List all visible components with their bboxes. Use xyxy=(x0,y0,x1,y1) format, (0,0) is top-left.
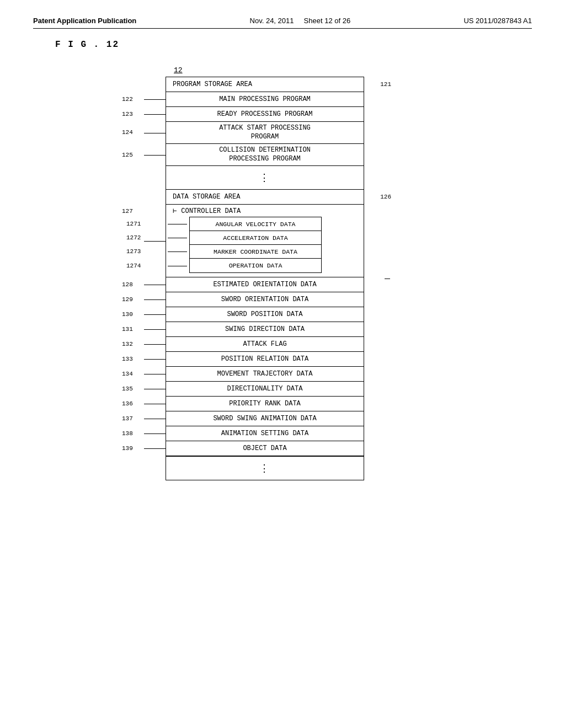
ref-122: 122 xyxy=(122,96,133,103)
header-left: Patent Application Publication xyxy=(33,17,136,25)
ref-1272: 1272 xyxy=(126,234,141,241)
ref-134: 134 xyxy=(122,371,133,377)
ref-135: 135 xyxy=(122,386,133,392)
inner-row-1271: 1271 ANGULAR VELOCITY DATA xyxy=(190,217,321,231)
row-134: 134 MOVEMENT TRAJECTORY DATA xyxy=(166,367,364,382)
ref-133: 133 xyxy=(122,356,133,362)
program-storage-header: PROGRAM STORAGE AREA 121 xyxy=(166,77,364,92)
header-date: Nov. 24, 2011 Sheet 12 of 26 xyxy=(250,17,351,25)
figure-title: F I G . 12 xyxy=(55,40,532,50)
header-right: US 2011/0287843 A1 xyxy=(463,17,532,25)
outer-box: PROGRAM STORAGE AREA 121 122 MAIN PROCES… xyxy=(166,77,364,480)
ref-127: 127 xyxy=(122,208,133,215)
ref-137: 137 xyxy=(122,415,133,422)
row-138: 138 ANIMATION SETTING DATA xyxy=(166,426,364,441)
row-136: 136 PRIORITY RANK DATA xyxy=(166,397,364,411)
row-131: 131 SWING DIRECTION DATA xyxy=(166,322,364,337)
ellipsis-2: ⋮ xyxy=(166,456,364,480)
ref-132: 132 xyxy=(122,341,133,347)
inner-row-1274: 1274 OPERATION DATA xyxy=(190,259,321,272)
ref-121: 121 xyxy=(380,81,391,88)
ref-138: 138 xyxy=(122,430,133,437)
ref-1273: 1273 xyxy=(126,248,141,255)
ref-1274: 1274 xyxy=(126,263,141,269)
row-main-processing: 122 MAIN PROCESSING PROGRAM xyxy=(166,92,364,107)
ref-123: 123 xyxy=(122,111,133,117)
ref-124: 124 xyxy=(122,129,133,136)
node-12-label: 12 xyxy=(174,66,532,74)
row-130: 130 SWORD POSITION DATA xyxy=(166,307,364,322)
diagram: 12 PROGRAM STORAGE AREA 121 122 MAIN PRO… xyxy=(88,66,532,480)
ref-1271: 1271 xyxy=(126,221,141,227)
row-135: 135 DIRECTIONALITY DATA xyxy=(166,382,364,397)
row-133: 133 POSITION RELATION DATA xyxy=(166,352,364,367)
data-storage-header: DATA STORAGE AREA 126 xyxy=(166,190,364,205)
ellipsis-1: ⋮ xyxy=(166,165,364,190)
ref-130: 130 xyxy=(122,311,133,318)
ref-139: 139 xyxy=(122,445,133,452)
ref-128: 128 xyxy=(122,281,133,288)
inner-controller-box: 1271 ANGULAR VELOCITY DATA 1272 ACCELERA… xyxy=(189,217,322,273)
inner-row-1273: 1273 MARKER COORDINATE DATA xyxy=(190,245,321,259)
ref-131: 131 xyxy=(122,326,133,333)
row-ready-processing: 123 READY PROCESSING PROGRAM xyxy=(166,107,364,122)
row-139: 139 OBJECT DATA xyxy=(166,441,364,456)
row-controller-data: 127 ⊢ CONTROLLER DATA 1271 ANGULAR VELOC… xyxy=(166,205,364,277)
row-132: 132 ATTACK FLAG xyxy=(166,337,364,352)
ref-126: 126 xyxy=(380,194,391,200)
ref-129: 129 xyxy=(122,296,133,303)
row-collision: 125 COLLISION DETERMINATION PROCESSING P… xyxy=(166,144,364,165)
row-129: 129 SWORD ORIENTATION DATA xyxy=(166,292,364,307)
row-128: 128 ESTIMATED ORIENTATION DATA xyxy=(166,277,364,292)
ref-125: 125 xyxy=(122,151,133,159)
inner-row-1272: 1272 ACCELERATION DATA xyxy=(190,231,321,245)
row-137: 137 SWORD SWING ANIMATION DATA xyxy=(166,411,364,426)
page-header: Patent Application Publication Nov. 24, … xyxy=(33,17,532,29)
row-attack-start: 124 ATTACK START PROCESSING PROGRAM xyxy=(166,122,364,144)
ref-136: 136 xyxy=(122,400,133,407)
